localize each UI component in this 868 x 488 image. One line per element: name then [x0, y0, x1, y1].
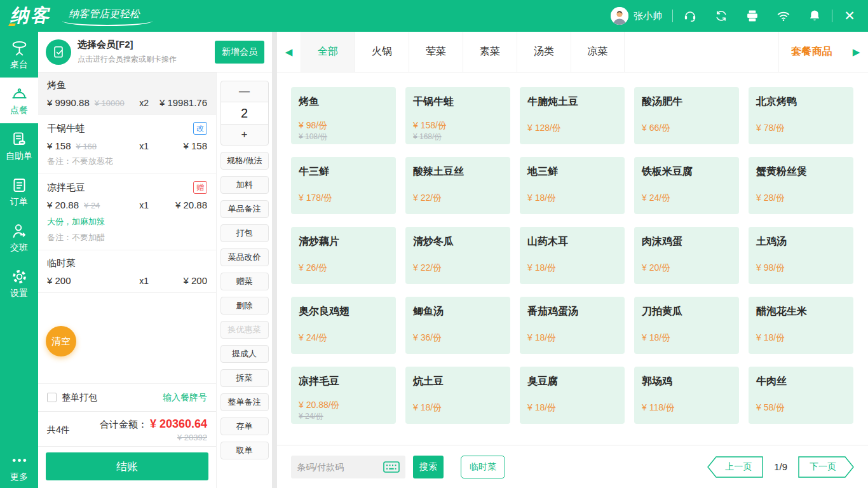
- menu-item-card[interactable]: 北京烤鸭¥ 78/份: [749, 87, 853, 144]
- tab-category-2[interactable]: 火锅: [355, 32, 409, 72]
- order-item-note: 备注：不要加醋: [47, 232, 207, 243]
- op-button-7[interactable]: 删除: [220, 297, 269, 315]
- op-button-2[interactable]: 加料: [220, 176, 269, 194]
- tab-category-5[interactable]: 汤类: [517, 32, 571, 72]
- menu-item-card[interactable]: 酸汤肥牛¥ 66/份: [634, 87, 739, 144]
- topbar-divider: [672, 10, 673, 22]
- menu-item-card[interactable]: 郭场鸡¥ 118/份: [634, 367, 739, 424]
- op-button-12[interactable]: 存单: [220, 417, 269, 435]
- menu-item-card[interactable]: 清炒藕片¥ 26/份: [291, 227, 396, 284]
- member-select-area[interactable]: 选择会员[F2] 点击进行会员搜索或刷卡操作: [78, 39, 215, 65]
- order-item[interactable]: 干锅牛蛙改¥ 158¥ 168x1¥ 158备注：不要放葱花: [38, 115, 216, 174]
- op-button-9[interactable]: 提成人: [220, 345, 269, 363]
- item-count: 共4件: [47, 424, 70, 436]
- tab-category-1[interactable]: 全部: [301, 32, 355, 72]
- menu-item-card[interactable]: 牛肉丝¥ 58/份: [749, 367, 853, 424]
- search-button[interactable]: 搜索: [413, 456, 444, 478]
- wifi-icon[interactable]: [776, 9, 790, 23]
- tab-category-6[interactable]: 凉菜: [571, 32, 625, 72]
- menu-item-name: 肉沫鸡蛋: [642, 235, 731, 248]
- menu-item-card[interactable]: 土鸡汤¥ 98/份: [749, 227, 853, 284]
- add-member-button[interactable]: 新增会员: [215, 41, 264, 64]
- bottom-bar: 搜索 临时菜 上一页 1/9 下一页: [277, 445, 868, 488]
- printer-icon[interactable]: [745, 9, 759, 23]
- sidebar-item-orders[interactable]: 订单: [0, 169, 38, 215]
- sidebar-item-dish[interactable]: 点餐: [0, 78, 38, 123]
- order-item[interactable]: 凉拌毛豆赠¥ 20.88¥ 24x1¥ 20.88大份，加麻加辣备注：不要加醋: [38, 174, 216, 250]
- sidebar-item-table[interactable]: 桌台: [0, 32, 38, 78]
- menu-item-card[interactable]: 牛腩炖土豆¥ 128/份: [520, 87, 625, 144]
- menu-item-card[interactable]: 山药木耳¥ 18/份: [520, 227, 625, 284]
- app-slogan: 纳客管店更轻松: [65, 6, 144, 26]
- totals-row: 共4件 合计金额： ¥ 20360.64 ¥ 20392: [38, 411, 216, 446]
- keyboard-icon[interactable]: [383, 461, 400, 473]
- prev-page-button[interactable]: 上一页: [707, 456, 763, 478]
- menu-item-card[interactable]: 鲫鱼汤¥ 36/份: [405, 297, 510, 354]
- menu-item-card[interactable]: 刀拍黄瓜¥ 18/份: [634, 297, 739, 354]
- menu-item-card[interactable]: 干锅牛蛙¥ 158/份¥ 168/份: [405, 87, 510, 144]
- clear-order-button[interactable]: 清空: [46, 326, 76, 356]
- op-button-11[interactable]: 整单备注: [220, 393, 269, 411]
- menu-item-card[interactable]: 奥尔良鸡翅¥ 24/份: [291, 297, 396, 354]
- sidebar-item-label: 自助单: [6, 151, 32, 162]
- pack-checkbox[interactable]: [47, 393, 57, 402]
- order-item[interactable]: 烤鱼¥ 9990.88¥ 10000x2¥ 19981.76: [38, 72, 216, 115]
- tabs-container: 全部火锅荤菜素菜汤类凉菜: [301, 32, 625, 72]
- checkout-button[interactable]: 结账: [46, 452, 208, 480]
- order-item-original-price: ¥ 24: [84, 201, 100, 210]
- menu-item-card[interactable]: 清炒冬瓜¥ 22/份: [405, 227, 510, 284]
- menu-item-card[interactable]: 铁板米豆腐¥ 24/份: [634, 157, 739, 214]
- op-button-10[interactable]: 拆菜: [220, 369, 269, 387]
- menu-item-card[interactable]: 酸辣土豆丝¥ 22/份: [405, 157, 510, 214]
- menu-item-card[interactable]: 番茄鸡蛋汤¥ 18/份: [520, 297, 625, 354]
- op-button-1[interactable]: 规格/做法: [220, 152, 269, 170]
- menu-item-card[interactable]: 臭豆腐¥ 18/份: [520, 367, 625, 424]
- menu-item-card[interactable]: 醋泡花生米¥ 18/份: [749, 297, 853, 354]
- category-prev-arrow-icon[interactable]: ◀: [277, 32, 301, 72]
- tab-combo-products[interactable]: 套餐商品: [778, 32, 844, 72]
- barcode-input[interactable]: [297, 462, 383, 472]
- sync-icon[interactable]: [714, 9, 728, 23]
- temp-dish-button[interactable]: 临时菜: [461, 456, 505, 478]
- menu-item-card[interactable]: 地三鲜¥ 18/份: [520, 157, 625, 214]
- order-item-badge[interactable]: 改: [193, 122, 207, 135]
- op-button-6[interactable]: 赠菜: [220, 273, 269, 290]
- menu-item-card[interactable]: 炕土豆¥ 18/份: [405, 367, 510, 424]
- member-subtitle: 点击进行会员搜索或刷卡操作: [78, 54, 215, 65]
- op-button-4[interactable]: 打包: [220, 224, 269, 242]
- sidebar-item-self-order[interactable]: 自助单: [0, 123, 38, 169]
- total-amount: ¥ 20360.64: [150, 417, 207, 430]
- page-indicator: 1/9: [774, 461, 787, 472]
- quantity-minus-button[interactable]: —: [221, 81, 268, 102]
- menu-item-original-price: ¥ 168/份: [413, 132, 442, 142]
- avatar[interactable]: [611, 7, 628, 25]
- member-header: 选择会员[F2] 点击进行会员搜索或刷卡操作 新增会员: [38, 32, 272, 72]
- quantity-plus-button[interactable]: +: [221, 125, 268, 145]
- tab-category-3[interactable]: 荤菜: [409, 32, 463, 72]
- op-button-5[interactable]: 菜品改价: [220, 248, 269, 266]
- topbar-divider: [832, 10, 832, 22]
- menu-item-card[interactable]: 凉拌毛豆¥ 20.88/份¥ 24/份: [291, 367, 396, 424]
- pack-label: 整单打包: [62, 392, 97, 403]
- sidebar-item-more[interactable]: 更多: [0, 446, 38, 488]
- order-item[interactable]: 临时菜¥ 200x1¥ 200: [38, 250, 216, 293]
- menu-item-name: 鲫鱼汤: [413, 305, 503, 318]
- category-next-arrow-icon[interactable]: ▶: [844, 32, 868, 72]
- bell-icon[interactable]: [808, 9, 822, 23]
- sidebar-item-shift[interactable]: 交班: [0, 215, 38, 261]
- headset-icon[interactable]: [683, 9, 697, 23]
- op-button-3[interactable]: 单品备注: [220, 200, 269, 218]
- enter-table-number-link[interactable]: 输入餐牌号: [163, 392, 207, 403]
- menu-item-card[interactable]: 蟹黄粉丝煲¥ 28/份: [749, 157, 853, 214]
- sidebar-item-settings[interactable]: 设置: [0, 261, 38, 306]
- tab-category-4[interactable]: 素菜: [463, 32, 517, 72]
- menu-item-card[interactable]: 牛三鲜¥ 178/份: [291, 157, 396, 214]
- order-item-spec: 大份，加麻加辣: [47, 216, 207, 227]
- close-icon[interactable]: ✕: [843, 9, 857, 23]
- menu-item-card[interactable]: 烤鱼¥ 98/份¥ 108/份: [291, 87, 396, 144]
- menu-item-card[interactable]: 肉沫鸡蛋¥ 20/份: [634, 227, 739, 284]
- op-button-13[interactable]: 取单: [220, 442, 269, 459]
- member-card-icon[interactable]: [46, 39, 71, 65]
- order-item-badge[interactable]: 赠: [193, 181, 207, 194]
- next-page-button[interactable]: 下一页: [798, 456, 854, 478]
